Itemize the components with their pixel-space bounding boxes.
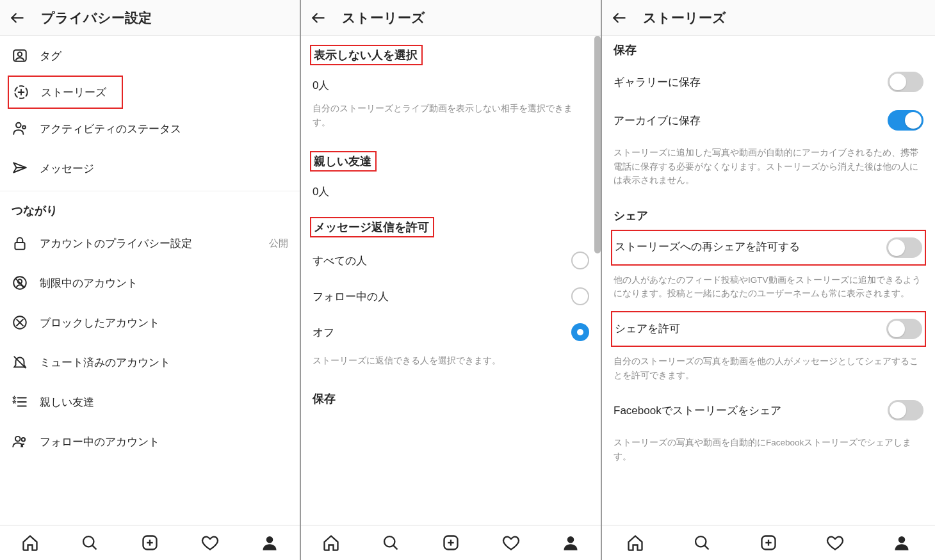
section-connections: つながり bbox=[0, 191, 300, 223]
radio-icon bbox=[571, 287, 589, 305]
svg-point-34 bbox=[567, 536, 574, 543]
option-label: フォロー中の人 bbox=[313, 289, 571, 304]
item-label: ミュート済みのアカウント bbox=[40, 355, 170, 370]
svg-rect-9 bbox=[15, 243, 24, 250]
screen-stories-settings-1: ストーリーズ 表示しない人を選択 0人 自分のストーリーズとライブ動画を表示しな… bbox=[301, 0, 602, 560]
item-account-privacy[interactable]: アカウントのプライバシー設定 公開 bbox=[0, 223, 300, 263]
share-fb-desc: ストーリーズの写真や動画を自動的にFacebookストーリーズでシェアします。 bbox=[602, 429, 935, 472]
nav-home-icon[interactable] bbox=[21, 534, 39, 552]
item-label: アカウントのプライバシー設定 bbox=[40, 236, 192, 251]
item-label: タグ bbox=[40, 49, 61, 63]
nav-add-icon[interactable] bbox=[760, 534, 777, 552]
toggle-label: ギャラリーに保存 bbox=[614, 75, 888, 90]
send-icon bbox=[12, 160, 28, 177]
item-muted[interactable]: ミュート済みのアカウント bbox=[0, 342, 300, 382]
nav-profile-icon[interactable] bbox=[893, 534, 911, 552]
svg-line-37 bbox=[704, 545, 708, 549]
blocked-icon bbox=[12, 314, 28, 331]
toggle-switch-off bbox=[886, 237, 922, 258]
nav-activity-icon[interactable] bbox=[502, 534, 520, 552]
activity-icon bbox=[12, 120, 28, 137]
toggle-label: ストーリーズへの再シェアを許可する bbox=[615, 240, 886, 255]
toggle-switch-on bbox=[888, 110, 923, 131]
option-label: すべての人 bbox=[313, 253, 571, 268]
share-allow-desc: 自分のストーリーズの写真を動画を他の人がメッセージとしてシェアすることを許可でき… bbox=[602, 348, 935, 391]
nav-activity-icon[interactable] bbox=[201, 534, 219, 552]
following-icon bbox=[12, 433, 28, 450]
tag-icon bbox=[12, 47, 28, 64]
screen-stories-settings-2: ストーリーズ 保存 ギャラリーに保存 アーカイブに保存 ストーリーズに追加した写… bbox=[602, 0, 935, 560]
toggle-reshare[interactable]: ストーリーズへの再シェアを許可する bbox=[612, 231, 925, 264]
stories-add-icon bbox=[13, 84, 29, 100]
nav-search-icon[interactable] bbox=[81, 534, 99, 552]
muted-icon bbox=[12, 354, 28, 371]
item-label: ストーリーズ bbox=[41, 85, 106, 100]
toggle-label: シェアを許可 bbox=[615, 321, 886, 336]
item-restricted[interactable]: 制限中のアカウント bbox=[0, 263, 300, 303]
archive-desc: ストーリーズに追加した写真や動画が自動的にアーカイブされるため、携帯電話に保存す… bbox=[602, 140, 935, 196]
lock-icon bbox=[12, 235, 28, 252]
reply-option-following[interactable]: フォロー中の人 bbox=[301, 278, 601, 314]
nav-home-icon[interactable] bbox=[322, 534, 340, 552]
svg-point-36 bbox=[695, 536, 706, 547]
screen-privacy-settings: プライバシー設定 タグ ストーリーズ bbox=[0, 0, 301, 560]
back-icon[interactable] bbox=[310, 10, 327, 26]
svg-point-6 bbox=[16, 123, 21, 128]
section-hide-highlighted: 表示しない人を選択 bbox=[310, 45, 423, 65]
item-tags[interactable]: タグ bbox=[0, 36, 300, 76]
option-label: オフ bbox=[313, 325, 571, 340]
section-save: 保存 bbox=[301, 377, 601, 412]
toggle-save-gallery[interactable]: ギャラリーに保存 bbox=[602, 63, 935, 101]
back-icon[interactable] bbox=[611, 10, 628, 26]
toggle-switch-off bbox=[888, 400, 923, 420]
reshare-desc: 他の人があなたのフィード投稿やIGTV動画をストーリーズに追加できるようになりま… bbox=[602, 267, 935, 310]
item-close-friends[interactable]: 親しい友達 bbox=[0, 382, 300, 422]
back-icon[interactable] bbox=[9, 10, 26, 26]
item-following[interactable]: フォロー中のアカウント bbox=[0, 422, 300, 461]
toggle-save-archive[interactable]: アーカイブに保存 bbox=[602, 101, 935, 140]
section-share: シェア bbox=[602, 196, 935, 228]
item-label: ブロックしたアカウント bbox=[40, 316, 159, 330]
header: ストーリーズ bbox=[602, 0, 935, 36]
svg-point-22 bbox=[83, 536, 94, 547]
nav-profile-icon[interactable] bbox=[562, 534, 580, 552]
close-friends-list-icon bbox=[12, 394, 28, 410]
toggle-share-facebook[interactable]: Facebookでストーリーズをシェア bbox=[602, 391, 935, 429]
item-label: アクティビティのステータス bbox=[40, 122, 181, 136]
toggle-reshare-highlighted: ストーリーズへの再シェアを許可する bbox=[611, 230, 926, 266]
nav-search-icon[interactable] bbox=[693, 534, 711, 552]
nav-search-icon[interactable] bbox=[382, 534, 400, 552]
svg-line-30 bbox=[393, 545, 397, 549]
svg-point-29 bbox=[384, 536, 394, 547]
nav-add-icon[interactable] bbox=[442, 534, 460, 552]
scrollbar[interactable] bbox=[594, 36, 601, 253]
nav-activity-icon[interactable] bbox=[826, 534, 844, 552]
item-messages[interactable]: メッセージ bbox=[0, 148, 300, 188]
item-stories-highlighted[interactable]: ストーリーズ bbox=[8, 76, 123, 109]
hide-count: 0人 bbox=[313, 79, 329, 92]
svg-point-20 bbox=[15, 436, 20, 442]
radio-icon bbox=[571, 252, 589, 269]
item-blocked[interactable]: ブロックしたアカウント bbox=[0, 303, 300, 342]
toggle-label: アーカイブに保存 bbox=[614, 113, 888, 128]
page-title: ストーリーズ bbox=[643, 9, 726, 27]
radio-icon-selected bbox=[571, 323, 589, 341]
svg-point-7 bbox=[22, 125, 26, 129]
reply-option-off[interactable]: オフ bbox=[301, 314, 601, 350]
close-friends-count-row[interactable]: 0人 bbox=[301, 172, 601, 202]
item-activity-status[interactable]: アクティビティのステータス bbox=[0, 109, 300, 148]
nav-profile-icon[interactable] bbox=[261, 534, 279, 552]
reply-option-everyone[interactable]: すべての人 bbox=[301, 237, 601, 278]
section-close-friends-highlighted: 親しい友達 bbox=[310, 151, 377, 172]
toggle-label: Facebookでストーリーズをシェア bbox=[614, 403, 888, 418]
close-friends-count: 0人 bbox=[313, 186, 329, 198]
header: プライバシー設定 bbox=[0, 0, 300, 36]
nav-home-icon[interactable] bbox=[626, 534, 644, 552]
nav-add-icon[interactable] bbox=[141, 534, 159, 552]
hide-count-row[interactable]: 0人 bbox=[301, 65, 601, 95]
svg-point-27 bbox=[266, 536, 273, 543]
item-label: 制限中のアカウント bbox=[40, 276, 138, 291]
toggle-share-allow[interactable]: シェアを許可 bbox=[612, 312, 925, 346]
content: 保存 ギャラリーに保存 アーカイブに保存 ストーリーズに追加した写真や動画が自動… bbox=[602, 36, 935, 525]
bottom-nav bbox=[602, 525, 935, 560]
